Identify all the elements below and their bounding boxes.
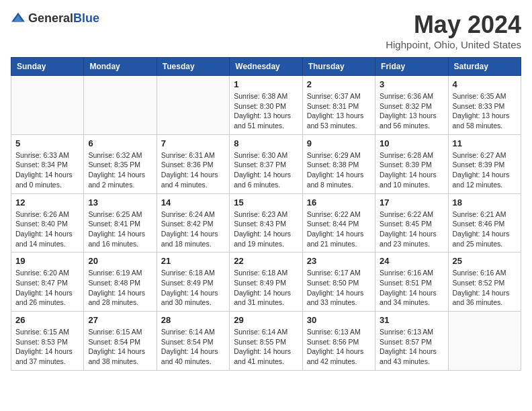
calendar-cell: 9Sunrise: 6:29 AM Sunset: 8:38 PM Daylig… — [302, 134, 375, 193]
day-number: 1 — [234, 79, 298, 89]
day-info: Sunrise: 6:25 AM Sunset: 8:41 PM Dayligh… — [88, 210, 152, 249]
calendar-cell: 16Sunrise: 6:22 AM Sunset: 8:44 PM Dayli… — [302, 193, 375, 253]
calendar-cell: 7Sunrise: 6:31 AM Sunset: 8:36 PM Daylig… — [157, 134, 229, 193]
day-number: 18 — [453, 197, 517, 208]
calendar-cell: 14Sunrise: 6:24 AM Sunset: 8:42 PM Dayli… — [157, 193, 229, 253]
day-info: Sunrise: 6:16 AM Sunset: 8:51 PM Dayligh… — [380, 268, 443, 308]
calendar-cell: 13Sunrise: 6:25 AM Sunset: 8:41 PM Dayli… — [84, 193, 157, 253]
calendar: SundayMondayTuesdayWednesdayThursdayFrid… — [11, 57, 521, 371]
day-number: 4 — [453, 79, 517, 89]
weekday-wednesday: Wednesday — [230, 58, 302, 76]
day-info: Sunrise: 6:16 AM Sunset: 8:52 PM Dayligh… — [453, 268, 517, 308]
weekday-friday: Friday — [375, 58, 448, 76]
day-number: 16 — [307, 197, 371, 208]
calendar-cell: 8Sunrise: 6:30 AM Sunset: 8:37 PM Daylig… — [230, 134, 302, 193]
calendar-cell: 28Sunrise: 6:14 AM Sunset: 8:54 PM Dayli… — [157, 312, 229, 371]
day-number: 26 — [15, 315, 79, 325]
day-info: Sunrise: 6:35 AM Sunset: 8:33 PM Dayligh… — [453, 91, 517, 131]
calendar-cell: 19Sunrise: 6:20 AM Sunset: 8:47 PM Dayli… — [11, 253, 84, 312]
weekday-saturday: Saturday — [448, 58, 521, 76]
weekday-tuesday: Tuesday — [157, 58, 229, 76]
day-number: 5 — [15, 138, 79, 148]
calendar-cell — [157, 76, 229, 135]
day-info: Sunrise: 6:14 AM Sunset: 8:55 PM Dayligh… — [234, 327, 298, 367]
day-info: Sunrise: 6:32 AM Sunset: 8:35 PM Dayligh… — [88, 150, 152, 190]
calendar-cell: 30Sunrise: 6:13 AM Sunset: 8:56 PM Dayli… — [302, 312, 375, 371]
week-row-3: 12Sunrise: 6:26 AM Sunset: 8:40 PM Dayli… — [11, 193, 521, 253]
day-info: Sunrise: 6:27 AM Sunset: 8:39 PM Dayligh… — [453, 150, 517, 190]
weekday-header-row: SundayMondayTuesdayWednesdayThursdayFrid… — [11, 58, 521, 76]
calendar-cell: 12Sunrise: 6:26 AM Sunset: 8:40 PM Dayli… — [11, 193, 84, 253]
day-info: Sunrise: 6:18 AM Sunset: 8:49 PM Dayligh… — [234, 268, 298, 308]
calendar-cell — [448, 312, 521, 371]
day-info: Sunrise: 6:13 AM Sunset: 8:57 PM Dayligh… — [380, 327, 443, 367]
day-info: Sunrise: 6:20 AM Sunset: 8:47 PM Dayligh… — [15, 268, 79, 308]
day-number: 25 — [453, 256, 517, 266]
day-info: Sunrise: 6:33 AM Sunset: 8:34 PM Dayligh… — [15, 150, 79, 190]
week-row-5: 26Sunrise: 6:15 AM Sunset: 8:53 PM Dayli… — [11, 312, 521, 371]
calendar-cell: 15Sunrise: 6:23 AM Sunset: 8:43 PM Dayli… — [230, 193, 302, 253]
calendar-cell: 27Sunrise: 6:15 AM Sunset: 8:54 PM Dayli… — [84, 312, 157, 371]
calendar-cell: 21Sunrise: 6:18 AM Sunset: 8:49 PM Dayli… — [157, 253, 229, 312]
calendar-cell: 23Sunrise: 6:17 AM Sunset: 8:50 PM Dayli… — [302, 253, 375, 312]
day-number: 8 — [234, 138, 298, 148]
day-number: 29 — [234, 315, 298, 325]
calendar-cell: 25Sunrise: 6:16 AM Sunset: 8:52 PM Dayli… — [448, 253, 521, 312]
day-info: Sunrise: 6:18 AM Sunset: 8:49 PM Dayligh… — [161, 268, 225, 308]
calendar-cell: 1Sunrise: 6:38 AM Sunset: 8:30 PM Daylig… — [230, 76, 302, 135]
day-number: 24 — [380, 256, 443, 266]
day-number: 20 — [88, 256, 152, 266]
calendar-cell: 10Sunrise: 6:28 AM Sunset: 8:39 PM Dayli… — [375, 134, 448, 193]
calendar-cell: 6Sunrise: 6:32 AM Sunset: 8:35 PM Daylig… — [84, 134, 157, 193]
day-info: Sunrise: 6:30 AM Sunset: 8:37 PM Dayligh… — [234, 150, 298, 190]
day-number: 19 — [15, 256, 79, 266]
month-title: May 2024 — [386, 11, 521, 39]
calendar-cell: 20Sunrise: 6:19 AM Sunset: 8:48 PM Dayli… — [84, 253, 157, 312]
calendar-cell — [84, 76, 157, 135]
page-header: GeneralBlue May 2024 Highpoint, Ohio, Un… — [11, 11, 521, 50]
calendar-cell: 2Sunrise: 6:37 AM Sunset: 8:31 PM Daylig… — [302, 76, 375, 135]
week-row-2: 5Sunrise: 6:33 AM Sunset: 8:34 PM Daylig… — [11, 134, 521, 193]
calendar-cell: 18Sunrise: 6:21 AM Sunset: 8:46 PM Dayli… — [448, 193, 521, 253]
calendar-cell: 3Sunrise: 6:36 AM Sunset: 8:32 PM Daylig… — [375, 76, 448, 135]
day-info: Sunrise: 6:26 AM Sunset: 8:40 PM Dayligh… — [15, 210, 79, 249]
day-number: 15 — [234, 197, 298, 208]
calendar-cell: 5Sunrise: 6:33 AM Sunset: 8:34 PM Daylig… — [11, 134, 84, 193]
day-info: Sunrise: 6:31 AM Sunset: 8:36 PM Dayligh… — [161, 150, 225, 190]
logo-icon — [11, 11, 26, 26]
week-row-1: 1Sunrise: 6:38 AM Sunset: 8:30 PM Daylig… — [11, 76, 521, 135]
day-info: Sunrise: 6:28 AM Sunset: 8:39 PM Dayligh… — [380, 150, 443, 190]
day-number: 2 — [307, 79, 371, 89]
calendar-cell: 17Sunrise: 6:22 AM Sunset: 8:45 PM Dayli… — [375, 193, 448, 253]
day-number: 27 — [88, 315, 152, 325]
day-number: 12 — [15, 197, 79, 208]
day-number: 14 — [161, 197, 225, 208]
logo-text-general: General — [28, 11, 73, 25]
day-info: Sunrise: 6:22 AM Sunset: 8:45 PM Dayligh… — [380, 210, 443, 249]
calendar-cell: 4Sunrise: 6:35 AM Sunset: 8:33 PM Daylig… — [448, 76, 521, 135]
logo-text-blue: Blue — [73, 11, 99, 25]
day-info: Sunrise: 6:15 AM Sunset: 8:54 PM Dayligh… — [88, 327, 152, 367]
day-number: 10 — [380, 138, 443, 148]
day-number: 13 — [88, 197, 152, 208]
calendar-cell: 29Sunrise: 6:14 AM Sunset: 8:55 PM Dayli… — [230, 312, 302, 371]
day-info: Sunrise: 6:14 AM Sunset: 8:54 PM Dayligh… — [161, 327, 225, 367]
location: Highpoint, Ohio, United States — [386, 39, 521, 50]
calendar-cell: 11Sunrise: 6:27 AM Sunset: 8:39 PM Dayli… — [448, 134, 521, 193]
day-number: 28 — [161, 315, 225, 325]
day-info: Sunrise: 6:19 AM Sunset: 8:48 PM Dayligh… — [88, 268, 152, 308]
calendar-cell: 24Sunrise: 6:16 AM Sunset: 8:51 PM Dayli… — [375, 253, 448, 312]
day-info: Sunrise: 6:13 AM Sunset: 8:56 PM Dayligh… — [307, 327, 371, 367]
day-info: Sunrise: 6:23 AM Sunset: 8:43 PM Dayligh… — [234, 210, 298, 249]
weekday-thursday: Thursday — [302, 58, 375, 76]
day-number: 7 — [161, 138, 225, 148]
day-info: Sunrise: 6:22 AM Sunset: 8:44 PM Dayligh… — [307, 210, 371, 249]
day-info: Sunrise: 6:36 AM Sunset: 8:32 PM Dayligh… — [380, 91, 443, 131]
day-number: 11 — [453, 138, 517, 148]
day-info: Sunrise: 6:21 AM Sunset: 8:46 PM Dayligh… — [453, 210, 517, 249]
calendar-cell: 31Sunrise: 6:13 AM Sunset: 8:57 PM Dayli… — [375, 312, 448, 371]
calendar-cell: 22Sunrise: 6:18 AM Sunset: 8:49 PM Dayli… — [230, 253, 302, 312]
logo: GeneralBlue — [11, 11, 99, 26]
day-number: 30 — [307, 315, 371, 325]
day-number: 3 — [380, 79, 443, 89]
